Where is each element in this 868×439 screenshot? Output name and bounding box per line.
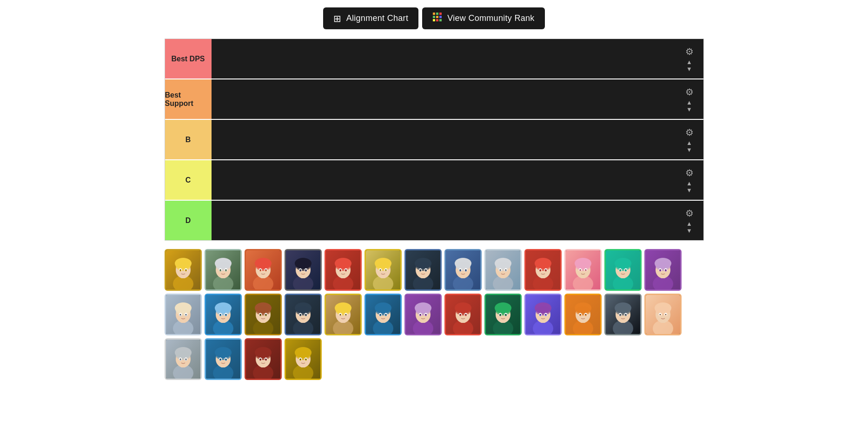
character-pool xyxy=(165,249,704,389)
svg-point-31 xyxy=(220,269,221,270)
char-card-25[interactable] xyxy=(604,294,642,335)
char-card-15[interactable] xyxy=(205,294,242,335)
arrow-up-b[interactable]: ▲ xyxy=(686,140,692,146)
char-card-7[interactable] xyxy=(404,249,442,291)
char-card-10[interactable] xyxy=(524,249,562,291)
char-card-18[interactable] xyxy=(325,294,362,335)
svg-point-259 xyxy=(460,314,461,315)
svg-point-254 xyxy=(456,306,470,315)
svg-point-152 xyxy=(625,269,626,270)
svg-point-122 xyxy=(536,262,550,271)
svg-point-272 xyxy=(505,314,506,315)
char-card-1[interactable] xyxy=(165,249,202,291)
svg-point-38 xyxy=(256,262,271,271)
tier-content-best-dps[interactable] xyxy=(212,39,676,79)
char-card-21[interactable] xyxy=(444,294,482,335)
svg-point-236 xyxy=(385,314,386,315)
char-card-11[interactable] xyxy=(564,249,602,291)
char-card-17[interactable] xyxy=(285,294,322,335)
char-card-16[interactable] xyxy=(245,294,282,335)
gear-icon-best-dps[interactable]: ⚙ xyxy=(685,46,694,57)
svg-point-362 xyxy=(296,351,311,360)
svg-rect-0 xyxy=(433,13,435,15)
svg-point-80 xyxy=(385,269,386,270)
arrow-down-b[interactable]: ▼ xyxy=(686,147,692,153)
char-card-27[interactable] xyxy=(165,338,202,380)
gear-icon-b[interactable]: ⚙ xyxy=(685,127,694,138)
arrow-down-best-dps[interactable]: ▼ xyxy=(686,66,692,72)
char-card-29[interactable] xyxy=(245,338,282,380)
svg-point-56 xyxy=(305,269,306,270)
char-card-20[interactable] xyxy=(404,294,442,335)
tier-controls-b: ⚙ ▲ ▼ xyxy=(676,120,703,159)
char-card-19[interactable] xyxy=(364,294,402,335)
tier-content-b[interactable] xyxy=(212,120,676,159)
arrow-down-best-support[interactable]: ▼ xyxy=(686,106,692,112)
tier-controls-d: ⚙ ▲ ▼ xyxy=(676,201,703,240)
svg-point-19 xyxy=(180,269,181,270)
community-rank-label: View Community Rank xyxy=(447,13,534,23)
community-rank-icon xyxy=(432,12,443,25)
char-card-23[interactable] xyxy=(524,294,562,335)
community-rank-button[interactable]: View Community Rank xyxy=(422,7,544,29)
char-card-30[interactable] xyxy=(285,338,322,380)
gear-icon-d[interactable]: ⚙ xyxy=(685,208,694,219)
svg-point-128 xyxy=(545,269,546,270)
svg-point-32 xyxy=(225,269,226,270)
tier-content-best-support[interactable] xyxy=(212,79,676,119)
svg-point-278 xyxy=(536,306,550,315)
tier-controls-c: ⚙ ▲ ▼ xyxy=(676,160,703,200)
char-card-3[interactable] xyxy=(245,249,282,291)
tier-label-b: B xyxy=(165,120,212,159)
char-card-9[interactable] xyxy=(484,249,522,291)
svg-point-308 xyxy=(625,314,626,315)
svg-point-163 xyxy=(660,269,661,270)
svg-point-218 xyxy=(336,306,351,315)
tier-row-best-dps: Best DPS ⚙ ▲ ▼ xyxy=(165,39,703,79)
svg-point-326 xyxy=(176,351,191,360)
svg-rect-2 xyxy=(439,13,442,15)
gear-icon-best-support[interactable]: ⚙ xyxy=(685,86,694,98)
gear-icon-c[interactable]: ⚙ xyxy=(685,167,694,178)
svg-point-368 xyxy=(305,359,306,360)
svg-point-62 xyxy=(336,262,351,271)
svg-point-91 xyxy=(420,269,421,270)
svg-point-176 xyxy=(186,314,186,315)
arrow-down-d[interactable]: ▼ xyxy=(686,228,692,234)
tier-content-c[interactable] xyxy=(212,160,676,200)
svg-point-86 xyxy=(416,262,431,271)
svg-point-314 xyxy=(656,306,670,315)
char-card-26[interactable] xyxy=(644,294,682,335)
char-card-14[interactable] xyxy=(165,294,202,335)
svg-point-367 xyxy=(300,359,301,360)
tier-content-d[interactable] xyxy=(212,201,676,240)
svg-rect-1 xyxy=(436,13,438,15)
svg-point-248 xyxy=(425,314,426,315)
char-card-12[interactable] xyxy=(604,249,642,291)
char-card-8[interactable] xyxy=(444,249,482,291)
alignment-chart-button[interactable]: ⊞ Alignment Chart xyxy=(323,7,418,29)
svg-point-182 xyxy=(216,306,231,315)
svg-point-247 xyxy=(420,314,421,315)
alignment-chart-icon: ⊞ xyxy=(333,13,341,24)
arrow-up-best-support[interactable]: ▲ xyxy=(686,99,692,105)
char-card-6[interactable] xyxy=(364,249,402,291)
svg-point-44 xyxy=(265,269,266,270)
char-card-24[interactable] xyxy=(564,294,602,335)
char-card-28[interactable] xyxy=(205,338,242,380)
char-card-13[interactable] xyxy=(644,249,682,291)
svg-point-158 xyxy=(656,262,670,271)
arrow-down-c[interactable]: ▼ xyxy=(686,187,692,193)
char-card-5[interactable] xyxy=(325,249,362,291)
svg-point-92 xyxy=(425,269,426,270)
svg-point-139 xyxy=(580,269,581,270)
char-card-22[interactable] xyxy=(484,294,522,335)
arrow-up-c[interactable]: ▲ xyxy=(686,180,692,186)
char-card-2[interactable] xyxy=(205,249,242,291)
svg-point-344 xyxy=(225,359,226,360)
arrow-up-best-dps[interactable]: ▲ xyxy=(686,59,692,65)
svg-point-187 xyxy=(220,314,221,315)
svg-point-98 xyxy=(456,262,470,271)
char-card-4[interactable] xyxy=(285,249,322,291)
arrow-up-d[interactable]: ▲ xyxy=(686,221,692,227)
